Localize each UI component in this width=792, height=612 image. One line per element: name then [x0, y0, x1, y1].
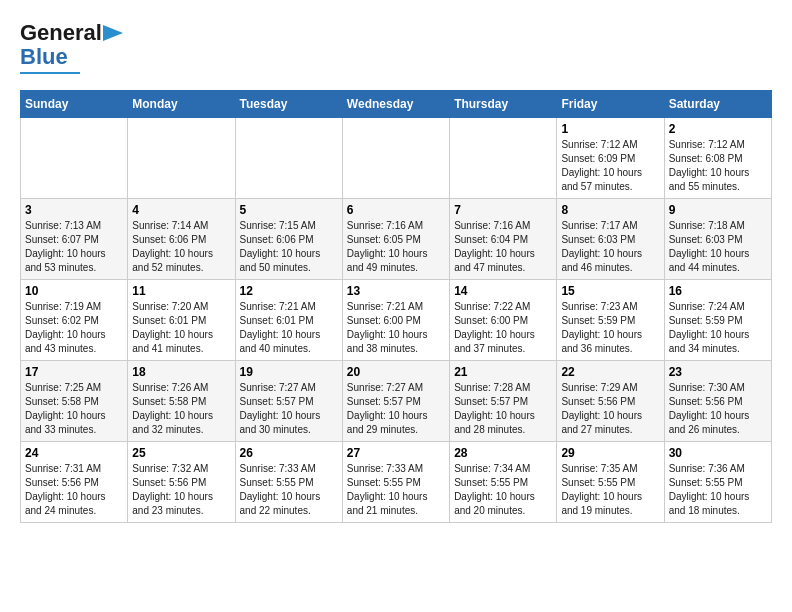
calendar-cell: 1Sunrise: 7:12 AM Sunset: 6:09 PM Daylig…	[557, 118, 664, 199]
day-info: Sunrise: 7:16 AM Sunset: 6:04 PM Dayligh…	[454, 219, 552, 275]
calendar-cell: 20Sunrise: 7:27 AM Sunset: 5:57 PM Dayli…	[342, 361, 449, 442]
calendar-cell: 16Sunrise: 7:24 AM Sunset: 5:59 PM Dayli…	[664, 280, 771, 361]
day-info: Sunrise: 7:35 AM Sunset: 5:55 PM Dayligh…	[561, 462, 659, 518]
calendar-cell: 29Sunrise: 7:35 AM Sunset: 5:55 PM Dayli…	[557, 442, 664, 523]
calendar-cell: 12Sunrise: 7:21 AM Sunset: 6:01 PM Dayli…	[235, 280, 342, 361]
weekday-header: Thursday	[450, 91, 557, 118]
day-info: Sunrise: 7:34 AM Sunset: 5:55 PM Dayligh…	[454, 462, 552, 518]
calendar-cell	[128, 118, 235, 199]
day-number: 3	[25, 203, 123, 217]
calendar-cell	[450, 118, 557, 199]
day-number: 29	[561, 446, 659, 460]
day-number: 15	[561, 284, 659, 298]
day-info: Sunrise: 7:13 AM Sunset: 6:07 PM Dayligh…	[25, 219, 123, 275]
day-info: Sunrise: 7:24 AM Sunset: 5:59 PM Dayligh…	[669, 300, 767, 356]
day-number: 6	[347, 203, 445, 217]
day-number: 21	[454, 365, 552, 379]
calendar-cell: 19Sunrise: 7:27 AM Sunset: 5:57 PM Dayli…	[235, 361, 342, 442]
day-info: Sunrise: 7:17 AM Sunset: 6:03 PM Dayligh…	[561, 219, 659, 275]
calendar-cell	[21, 118, 128, 199]
logo-arrow-icon	[103, 25, 123, 41]
calendar-cell: 22Sunrise: 7:29 AM Sunset: 5:56 PM Dayli…	[557, 361, 664, 442]
day-info: Sunrise: 7:26 AM Sunset: 5:58 PM Dayligh…	[132, 381, 230, 437]
day-info: Sunrise: 7:29 AM Sunset: 5:56 PM Dayligh…	[561, 381, 659, 437]
calendar-cell: 11Sunrise: 7:20 AM Sunset: 6:01 PM Dayli…	[128, 280, 235, 361]
day-number: 8	[561, 203, 659, 217]
calendar-week-row: 1Sunrise: 7:12 AM Sunset: 6:09 PM Daylig…	[21, 118, 772, 199]
day-info: Sunrise: 7:33 AM Sunset: 5:55 PM Dayligh…	[240, 462, 338, 518]
calendar-cell: 25Sunrise: 7:32 AM Sunset: 5:56 PM Dayli…	[128, 442, 235, 523]
logo-blue: Blue	[20, 44, 68, 70]
calendar-cell: 15Sunrise: 7:23 AM Sunset: 5:59 PM Dayli…	[557, 280, 664, 361]
day-number: 25	[132, 446, 230, 460]
day-number: 17	[25, 365, 123, 379]
calendar-week-row: 3Sunrise: 7:13 AM Sunset: 6:07 PM Daylig…	[21, 199, 772, 280]
calendar-cell	[342, 118, 449, 199]
calendar-week-row: 10Sunrise: 7:19 AM Sunset: 6:02 PM Dayli…	[21, 280, 772, 361]
calendar-cell: 17Sunrise: 7:25 AM Sunset: 5:58 PM Dayli…	[21, 361, 128, 442]
calendar-cell: 4Sunrise: 7:14 AM Sunset: 6:06 PM Daylig…	[128, 199, 235, 280]
day-number: 10	[25, 284, 123, 298]
calendar-cell: 14Sunrise: 7:22 AM Sunset: 6:00 PM Dayli…	[450, 280, 557, 361]
calendar-cell: 8Sunrise: 7:17 AM Sunset: 6:03 PM Daylig…	[557, 199, 664, 280]
day-number: 28	[454, 446, 552, 460]
day-info: Sunrise: 7:21 AM Sunset: 6:01 PM Dayligh…	[240, 300, 338, 356]
day-number: 24	[25, 446, 123, 460]
day-number: 1	[561, 122, 659, 136]
day-number: 16	[669, 284, 767, 298]
weekday-header: Saturday	[664, 91, 771, 118]
day-number: 4	[132, 203, 230, 217]
calendar-cell: 6Sunrise: 7:16 AM Sunset: 6:05 PM Daylig…	[342, 199, 449, 280]
day-info: Sunrise: 7:15 AM Sunset: 6:06 PM Dayligh…	[240, 219, 338, 275]
day-info: Sunrise: 7:32 AM Sunset: 5:56 PM Dayligh…	[132, 462, 230, 518]
calendar-cell: 13Sunrise: 7:21 AM Sunset: 6:00 PM Dayli…	[342, 280, 449, 361]
weekday-header: Sunday	[21, 91, 128, 118]
calendar-cell: 26Sunrise: 7:33 AM Sunset: 5:55 PM Dayli…	[235, 442, 342, 523]
day-number: 27	[347, 446, 445, 460]
weekday-header: Tuesday	[235, 91, 342, 118]
day-info: Sunrise: 7:22 AM Sunset: 6:00 PM Dayligh…	[454, 300, 552, 356]
day-info: Sunrise: 7:14 AM Sunset: 6:06 PM Dayligh…	[132, 219, 230, 275]
day-number: 14	[454, 284, 552, 298]
weekday-header-row: SundayMondayTuesdayWednesdayThursdayFrid…	[21, 91, 772, 118]
day-info: Sunrise: 7:31 AM Sunset: 5:56 PM Dayligh…	[25, 462, 123, 518]
calendar-cell: 10Sunrise: 7:19 AM Sunset: 6:02 PM Dayli…	[21, 280, 128, 361]
day-info: Sunrise: 7:33 AM Sunset: 5:55 PM Dayligh…	[347, 462, 445, 518]
day-number: 19	[240, 365, 338, 379]
day-info: Sunrise: 7:30 AM Sunset: 5:56 PM Dayligh…	[669, 381, 767, 437]
day-number: 2	[669, 122, 767, 136]
calendar-cell: 30Sunrise: 7:36 AM Sunset: 5:55 PM Dayli…	[664, 442, 771, 523]
calendar-table: SundayMondayTuesdayWednesdayThursdayFrid…	[20, 90, 772, 523]
calendar-cell	[235, 118, 342, 199]
calendar-cell: 27Sunrise: 7:33 AM Sunset: 5:55 PM Dayli…	[342, 442, 449, 523]
logo: General Blue	[20, 20, 123, 74]
day-number: 7	[454, 203, 552, 217]
day-number: 18	[132, 365, 230, 379]
calendar-cell: 18Sunrise: 7:26 AM Sunset: 5:58 PM Dayli…	[128, 361, 235, 442]
calendar-cell: 28Sunrise: 7:34 AM Sunset: 5:55 PM Dayli…	[450, 442, 557, 523]
logo-underline	[20, 72, 80, 74]
calendar-cell: 2Sunrise: 7:12 AM Sunset: 6:08 PM Daylig…	[664, 118, 771, 199]
day-info: Sunrise: 7:12 AM Sunset: 6:09 PM Dayligh…	[561, 138, 659, 194]
calendar-cell: 9Sunrise: 7:18 AM Sunset: 6:03 PM Daylig…	[664, 199, 771, 280]
day-info: Sunrise: 7:27 AM Sunset: 5:57 PM Dayligh…	[347, 381, 445, 437]
svg-marker-0	[103, 25, 123, 41]
day-info: Sunrise: 7:28 AM Sunset: 5:57 PM Dayligh…	[454, 381, 552, 437]
day-info: Sunrise: 7:36 AM Sunset: 5:55 PM Dayligh…	[669, 462, 767, 518]
weekday-header: Wednesday	[342, 91, 449, 118]
page-header: General Blue	[20, 20, 772, 74]
day-number: 22	[561, 365, 659, 379]
day-info: Sunrise: 7:16 AM Sunset: 6:05 PM Dayligh…	[347, 219, 445, 275]
day-number: 5	[240, 203, 338, 217]
day-number: 20	[347, 365, 445, 379]
day-info: Sunrise: 7:18 AM Sunset: 6:03 PM Dayligh…	[669, 219, 767, 275]
day-number: 30	[669, 446, 767, 460]
day-number: 23	[669, 365, 767, 379]
calendar-cell: 24Sunrise: 7:31 AM Sunset: 5:56 PM Dayli…	[21, 442, 128, 523]
day-info: Sunrise: 7:20 AM Sunset: 6:01 PM Dayligh…	[132, 300, 230, 356]
calendar-cell: 3Sunrise: 7:13 AM Sunset: 6:07 PM Daylig…	[21, 199, 128, 280]
day-info: Sunrise: 7:23 AM Sunset: 5:59 PM Dayligh…	[561, 300, 659, 356]
calendar-cell: 21Sunrise: 7:28 AM Sunset: 5:57 PM Dayli…	[450, 361, 557, 442]
calendar-week-row: 17Sunrise: 7:25 AM Sunset: 5:58 PM Dayli…	[21, 361, 772, 442]
day-info: Sunrise: 7:12 AM Sunset: 6:08 PM Dayligh…	[669, 138, 767, 194]
